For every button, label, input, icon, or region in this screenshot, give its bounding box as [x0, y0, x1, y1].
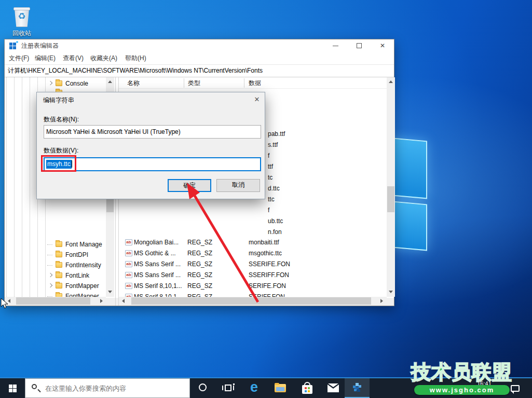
menu-favorites[interactable]: 收藏夹(A) — [90, 52, 117, 64]
value-name-field[interactable]: Microsoft YaHei & Microsoft YaHei UI (Tr… — [44, 125, 261, 139]
store-icon — [302, 385, 312, 394]
cortana-icon — [199, 383, 207, 391]
edge-icon: e — [250, 379, 258, 395]
list-vertical-scrollbar[interactable] — [387, 77, 395, 297]
folder-icon — [56, 272, 62, 278]
tree-item-fontmapper[interactable]: FontMapper — [5, 281, 106, 291]
regedit-icon — [352, 382, 362, 393]
string-value-icon: ab — [125, 239, 132, 245]
expand-arrow-icon[interactable] — [48, 81, 52, 85]
file-explorer-button[interactable] — [270, 378, 291, 398]
table-row[interactable]: ab MS Serif 8,10,1... REG_SZ SERIFF.FON — [119, 292, 387, 297]
string-value-icon: ab — [125, 261, 132, 267]
scroll-up-icon[interactable] — [108, 80, 112, 83]
scroll-left-icon[interactable] — [122, 299, 125, 303]
cortana-button[interactable] — [193, 378, 214, 398]
mail-button[interactable] — [323, 378, 344, 398]
table-row[interactable]: ab MS Sans Serif ... REG_SZ SSERIFE.FON — [119, 259, 387, 270]
store-button[interactable] — [297, 378, 318, 398]
tree-item-fontmapper2[interactable]: FontMapper — [5, 291, 106, 297]
task-view-icon-right — [233, 386, 234, 390]
dialog-close-button[interactable]: ✕ — [252, 95, 262, 104]
maximize-button[interactable] — [347, 39, 371, 52]
search-icon — [32, 384, 37, 389]
menu-help[interactable]: 帮助(H) — [125, 52, 146, 64]
table-row[interactable]: ab MS Serif 8,10,1... REG_SZ SERIFE.FON — [119, 281, 387, 292]
dialog-title: 编辑字符串 — [43, 96, 74, 105]
regedit-app-icon — [9, 43, 12, 46]
start-button[interactable] — [0, 378, 25, 398]
search-input[interactable] — [44, 379, 187, 397]
scrollbar-thumb[interactable] — [387, 186, 394, 212]
menu-bar: 文件(F) 编辑(E) 查看(V) 收藏夹(A) 帮助(H) — [5, 52, 394, 64]
column-header-type[interactable]: 类型 — [188, 78, 200, 88]
tree-stub — [47, 255, 52, 255]
tree-stub — [47, 265, 52, 266]
tree-item-console[interactable]: Console — [5, 78, 106, 89]
folder-icon — [56, 80, 62, 86]
close-button[interactable]: ✕ — [371, 39, 394, 52]
expand-arrow-icon[interactable] — [48, 283, 52, 287]
list-horizontal-scrollbar[interactable] — [119, 297, 387, 305]
scrollbar-thumb[interactable] — [131, 297, 371, 305]
file-explorer-icon-tab — [275, 383, 279, 385]
task-view-icon — [225, 385, 231, 391]
folder-icon — [56, 293, 62, 297]
scroll-down-icon[interactable] — [389, 291, 393, 293]
watermark-url: www.jsgho.com — [414, 385, 510, 395]
menu-file[interactable]: 文件(F) — [9, 52, 29, 64]
action-center-icon-tail — [511, 391, 514, 394]
windows-logo-icon — [9, 385, 12, 388]
search-box[interactable] — [25, 378, 190, 398]
ok-button[interactable]: 确定 — [168, 179, 211, 192]
minimize-button[interactable] — [323, 39, 347, 52]
store-icon-logo — [305, 387, 307, 389]
cancel-button[interactable]: 取消 — [216, 179, 260, 192]
column-separator[interactable] — [244, 78, 244, 88]
address-bar[interactable]: 计算机\HKEY_LOCAL_MACHINE\SOFTWARE\Microsof… — [5, 64, 394, 77]
minimize-icon — [333, 46, 338, 46]
folder-icon — [56, 262, 62, 268]
data-fragment: f — [268, 150, 269, 161]
tree-stub — [47, 244, 52, 245]
table-row[interactable]: ab MS Sans Serif ... REG_SZ SSERIFF.FON — [119, 270, 387, 281]
action-center-icon[interactable] — [511, 385, 520, 392]
regedit-taskbar-button-active[interactable] — [345, 378, 370, 398]
column-header-name[interactable]: 名称 — [127, 78, 140, 88]
window-title: 注册表编辑器 — [21, 42, 59, 50]
title-bar: 注册表编辑器 ✕ — [5, 39, 394, 52]
scroll-down-icon[interactable] — [108, 291, 112, 293]
data-fragment: pab.ttf — [268, 129, 285, 140]
task-view-icon-left — [222, 386, 223, 390]
edit-string-dialog: 编辑字符串 ✕ 数值名称(N): Microsoft YaHei & Micro… — [36, 92, 265, 199]
data-fragment: d.ttc — [268, 183, 280, 194]
table-row[interactable]: ab MS Gothic & ... REG_SZ msgothic.ttc — [119, 248, 387, 259]
tree-item-fontintensity[interactable]: FontIntensity — [5, 260, 106, 270]
task-view-button[interactable] — [218, 378, 239, 398]
scrollbar-thumb[interactable] — [16, 297, 90, 305]
tree-item-font-management[interactable]: Font Manage — [5, 239, 106, 250]
tree-horizontal-scrollbar[interactable] — [5, 297, 106, 305]
menu-edit[interactable]: 编辑(E) — [35, 52, 56, 64]
menu-view[interactable]: 查看(V) — [63, 52, 84, 64]
scroll-right-icon[interactable] — [100, 299, 103, 303]
column-separator[interactable] — [184, 78, 184, 88]
value-data-label: 数值数据(V): — [44, 146, 78, 155]
folder-icon — [56, 283, 62, 289]
search-icon-handle — [37, 389, 40, 392]
table-row[interactable]: ab Mongolian Bai... REG_SZ monbaiti.ttf — [119, 237, 387, 248]
scroll-right-icon[interactable] — [380, 299, 383, 303]
folder-icon — [56, 252, 62, 257]
tree-item-fontdpi[interactable]: FontDPI — [5, 250, 106, 260]
list-header: 名称 类型 数据 — [119, 77, 387, 89]
scroll-up-icon[interactable] — [389, 80, 393, 83]
mail-icon-flap-top — [328, 383, 338, 387]
recycle-symbol-icon: ♻ — [17, 11, 27, 22]
recycle-bin[interactable]: ♻ 回收站 — [7, 3, 36, 37]
tree-item-fontlink[interactable]: FontLink — [5, 270, 106, 281]
watermark-title: 技术员联盟 — [411, 359, 512, 386]
column-header-data[interactable]: 数据 — [249, 78, 261, 88]
edge-button[interactable]: e — [246, 378, 267, 398]
expand-arrow-icon[interactable] — [48, 273, 52, 277]
string-value-icon: ab — [125, 250, 132, 256]
